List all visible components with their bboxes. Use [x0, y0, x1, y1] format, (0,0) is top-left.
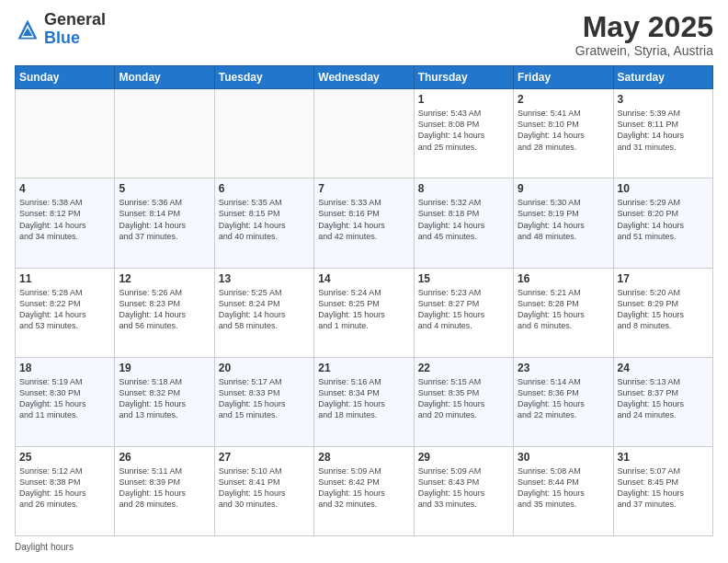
calendar-day-cell: 17Sunrise: 5:20 AM Sunset: 8:29 PM Dayli…: [613, 268, 712, 357]
day-info: Sunrise: 5:41 AM Sunset: 8:10 PM Dayligh…: [518, 108, 609, 153]
day-number: 22: [418, 362, 509, 374]
day-info: Sunrise: 5:30 AM Sunset: 8:19 PM Dayligh…: [518, 197, 609, 242]
calendar-day-cell: 23Sunrise: 5:14 AM Sunset: 8:36 PM Dayli…: [514, 357, 613, 446]
calendar-day-cell: 27Sunrise: 5:10 AM Sunset: 8:41 PM Dayli…: [214, 446, 313, 535]
logo-text: General Blue: [44, 11, 106, 48]
day-number: 12: [119, 272, 210, 285]
day-info: Sunrise: 5:14 AM Sunset: 8:36 PM Dayligh…: [518, 376, 609, 421]
day-number: 29: [418, 451, 509, 464]
day-info: Sunrise: 5:16 AM Sunset: 8:34 PM Dayligh…: [318, 376, 409, 421]
calendar-day-cell: 15Sunrise: 5:23 AM Sunset: 8:27 PM Dayli…: [414, 268, 513, 357]
calendar-day-cell: 6Sunrise: 5:35 AM Sunset: 8:15 PM Daylig…: [214, 178, 313, 268]
day-number: 21: [318, 362, 409, 374]
calendar-week-row: 25Sunrise: 5:12 AM Sunset: 8:38 PM Dayli…: [16, 446, 713, 535]
day-number: 31: [618, 451, 709, 464]
day-number: 13: [219, 272, 310, 285]
day-number: 19: [119, 362, 210, 374]
day-info: Sunrise: 5:17 AM Sunset: 8:33 PM Dayligh…: [219, 376, 310, 421]
location: Gratwein, Styria, Austria: [575, 43, 713, 58]
day-info: Sunrise: 5:09 AM Sunset: 8:42 PM Dayligh…: [318, 465, 409, 511]
calendar-day-cell: 24Sunrise: 5:13 AM Sunset: 8:37 PM Dayli…: [613, 357, 712, 446]
day-info: Sunrise: 5:32 AM Sunset: 8:18 PM Dayligh…: [418, 197, 509, 242]
month-title: May 2025: [575, 11, 713, 43]
calendar-day-cell: 21Sunrise: 5:16 AM Sunset: 8:34 PM Dayli…: [314, 357, 414, 446]
day-number: 16: [518, 272, 609, 285]
calendar-day-cell: 30Sunrise: 5:08 AM Sunset: 8:44 PM Dayli…: [514, 446, 613, 535]
page: General Blue May 2025 Gratwein, Styria, …: [0, 0, 728, 563]
calendar-day-cell: 3Sunrise: 5:39 AM Sunset: 8:11 PM Daylig…: [613, 89, 712, 178]
day-of-week-header: Sunday: [16, 66, 115, 89]
calendar-day-cell: 4Sunrise: 5:38 AM Sunset: 8:12 PM Daylig…: [16, 178, 115, 268]
calendar-week-row: 18Sunrise: 5:19 AM Sunset: 8:30 PM Dayli…: [16, 357, 713, 446]
day-number: 6: [219, 182, 310, 195]
day-info: Sunrise: 5:23 AM Sunset: 8:27 PM Dayligh…: [418, 287, 509, 332]
calendar-day-cell: [314, 89, 414, 178]
header: General Blue May 2025 Gratwein, Styria, …: [15, 11, 713, 58]
calendar-day-cell: 19Sunrise: 5:18 AM Sunset: 8:32 PM Dayli…: [115, 357, 214, 446]
calendar-day-cell: 31Sunrise: 5:07 AM Sunset: 8:45 PM Dayli…: [613, 446, 712, 535]
calendar-day-cell: 13Sunrise: 5:25 AM Sunset: 8:24 PM Dayli…: [214, 268, 313, 357]
calendar-day-cell: 29Sunrise: 5:09 AM Sunset: 8:43 PM Dayli…: [414, 446, 513, 535]
day-info: Sunrise: 5:12 AM Sunset: 8:38 PM Dayligh…: [19, 465, 110, 511]
day-info: Sunrise: 5:29 AM Sunset: 8:20 PM Dayligh…: [618, 197, 709, 242]
day-number: 5: [119, 182, 210, 195]
day-number: 27: [219, 451, 310, 464]
footer-note: Daylight hours: [15, 542, 713, 552]
day-info: Sunrise: 5:25 AM Sunset: 8:24 PM Dayligh…: [219, 287, 310, 332]
calendar-day-cell: 12Sunrise: 5:26 AM Sunset: 8:23 PM Dayli…: [115, 268, 214, 357]
day-info: Sunrise: 5:24 AM Sunset: 8:25 PM Dayligh…: [318, 287, 409, 332]
calendar-day-cell: 7Sunrise: 5:33 AM Sunset: 8:16 PM Daylig…: [314, 178, 414, 268]
logo: General Blue: [15, 11, 106, 48]
calendar-day-cell: [214, 89, 313, 178]
day-number: 8: [418, 182, 509, 195]
day-info: Sunrise: 5:36 AM Sunset: 8:14 PM Dayligh…: [119, 197, 210, 242]
day-number: 9: [518, 182, 609, 195]
calendar-day-cell: [16, 89, 115, 178]
day-number: 11: [19, 272, 110, 285]
day-info: Sunrise: 5:19 AM Sunset: 8:30 PM Dayligh…: [19, 376, 110, 421]
calendar-header-row: SundayMondayTuesdayWednesdayThursdayFrid…: [16, 66, 713, 89]
day-info: Sunrise: 5:15 AM Sunset: 8:35 PM Dayligh…: [418, 376, 509, 421]
day-of-week-header: Thursday: [414, 66, 513, 89]
day-info: Sunrise: 5:11 AM Sunset: 8:39 PM Dayligh…: [119, 465, 210, 511]
day-info: Sunrise: 5:43 AM Sunset: 8:08 PM Dayligh…: [418, 108, 509, 153]
day-info: Sunrise: 5:08 AM Sunset: 8:44 PM Dayligh…: [518, 465, 609, 511]
day-number: 14: [318, 272, 409, 285]
day-info: Sunrise: 5:35 AM Sunset: 8:15 PM Dayligh…: [219, 197, 310, 242]
day-info: Sunrise: 5:38 AM Sunset: 8:12 PM Dayligh…: [19, 197, 110, 242]
calendar-day-cell: 20Sunrise: 5:17 AM Sunset: 8:33 PM Dayli…: [214, 357, 313, 446]
day-of-week-header: Tuesday: [214, 66, 313, 89]
day-info: Sunrise: 5:26 AM Sunset: 8:23 PM Dayligh…: [119, 287, 210, 332]
day-of-week-header: Monday: [115, 66, 214, 89]
calendar-day-cell: 18Sunrise: 5:19 AM Sunset: 8:30 PM Dayli…: [16, 357, 115, 446]
day-info: Sunrise: 5:13 AM Sunset: 8:37 PM Dayligh…: [618, 376, 709, 421]
day-info: Sunrise: 5:28 AM Sunset: 8:22 PM Dayligh…: [19, 287, 110, 332]
calendar-day-cell: 2Sunrise: 5:41 AM Sunset: 8:10 PM Daylig…: [514, 89, 613, 178]
calendar-day-cell: 25Sunrise: 5:12 AM Sunset: 8:38 PM Dayli…: [16, 446, 115, 535]
day-number: 20: [219, 362, 310, 374]
day-number: 2: [518, 93, 609, 106]
day-info: Sunrise: 5:18 AM Sunset: 8:32 PM Dayligh…: [119, 376, 210, 421]
calendar-day-cell: 1Sunrise: 5:43 AM Sunset: 8:08 PM Daylig…: [414, 89, 513, 178]
day-number: 7: [318, 182, 409, 195]
calendar-day-cell: [115, 89, 214, 178]
day-number: 26: [119, 451, 210, 464]
calendar-table: SundayMondayTuesdayWednesdayThursdayFrid…: [15, 65, 713, 536]
day-number: 28: [318, 451, 409, 464]
day-info: Sunrise: 5:39 AM Sunset: 8:11 PM Dayligh…: [618, 108, 709, 153]
logo-icon: [15, 17, 40, 42]
day-of-week-header: Saturday: [613, 66, 712, 89]
calendar-day-cell: 11Sunrise: 5:28 AM Sunset: 8:22 PM Dayli…: [16, 268, 115, 357]
day-number: 15: [418, 272, 509, 285]
calendar-day-cell: 5Sunrise: 5:36 AM Sunset: 8:14 PM Daylig…: [115, 178, 214, 268]
day-info: Sunrise: 5:33 AM Sunset: 8:16 PM Dayligh…: [318, 197, 409, 242]
calendar-day-cell: 10Sunrise: 5:29 AM Sunset: 8:20 PM Dayli…: [613, 178, 712, 268]
day-number: 17: [618, 272, 709, 285]
logo-general-text: General: [44, 10, 106, 29]
calendar-day-cell: 14Sunrise: 5:24 AM Sunset: 8:25 PM Dayli…: [314, 268, 414, 357]
day-info: Sunrise: 5:10 AM Sunset: 8:41 PM Dayligh…: [219, 465, 310, 511]
day-number: 30: [518, 451, 609, 464]
day-info: Sunrise: 5:09 AM Sunset: 8:43 PM Dayligh…: [418, 465, 509, 511]
day-number: 18: [19, 362, 110, 374]
calendar-week-row: 4Sunrise: 5:38 AM Sunset: 8:12 PM Daylig…: [16, 178, 713, 268]
